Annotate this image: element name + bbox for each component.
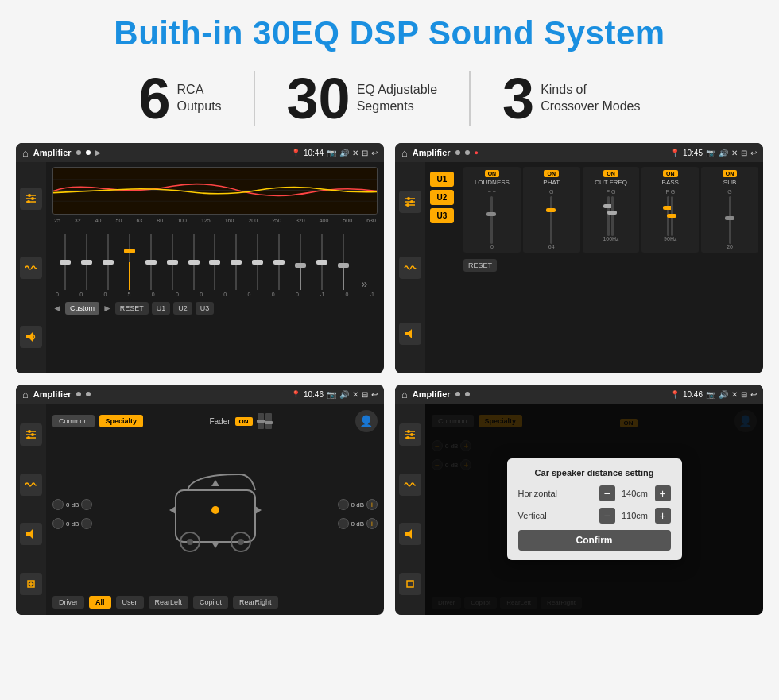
copilot-button[interactable]: Copilot <box>193 596 228 609</box>
fader-home-icon[interactable]: ⌂ <box>22 389 29 400</box>
sub-slider[interactable] <box>729 196 731 244</box>
distance-time: 10:46 <box>683 390 703 399</box>
all-button[interactable]: All <box>89 596 111 609</box>
fader-min-icon[interactable]: ⊟ <box>362 390 368 399</box>
phat-on[interactable]: ON <box>544 170 559 177</box>
u2-button[interactable]: U2 <box>430 190 454 205</box>
crossover-wave-btn[interactable] <box>399 257 421 279</box>
crossover-back-icon[interactable]: ↩ <box>750 149 757 157</box>
fader-on-badge[interactable]: ON <box>235 417 253 426</box>
distance-back-icon[interactable]: ↩ <box>750 390 757 399</box>
bass-on[interactable]: ON <box>663 170 678 177</box>
eq-reset-button[interactable]: RESET <box>115 302 149 315</box>
vol-minus-fr[interactable]: − <box>338 499 349 510</box>
vertical-plus-button[interactable]: + <box>655 508 671 524</box>
distance-vol-btn[interactable] <box>399 523 421 545</box>
cutfreq-slider-g[interactable] <box>611 196 614 236</box>
eq-slider-expand[interactable]: » <box>355 226 374 290</box>
close-icon[interactable]: ✕ <box>352 149 358 157</box>
eq-slider-4[interactable] <box>141 226 161 290</box>
horizontal-minus-button[interactable]: − <box>599 485 615 501</box>
eq-slider-12[interactable] <box>312 226 331 290</box>
distance-min-icon[interactable]: ⊟ <box>741 390 747 399</box>
cutfreq-slider-f[interactable] <box>607 196 610 236</box>
fader-filter-btn[interactable] <box>20 423 42 446</box>
fader-dot-1 <box>76 392 81 396</box>
bass-slider-g[interactable] <box>671 196 673 236</box>
sub-on[interactable]: ON <box>723 170 738 177</box>
rearright-button[interactable]: RearRight <box>233 596 278 609</box>
back-icon[interactable]: ↩ <box>371 149 378 157</box>
eq-filter-btn[interactable] <box>20 188 42 210</box>
fader-slider-2[interactable] <box>265 413 272 429</box>
dialog-horizontal-label: Horizontal <box>518 489 574 498</box>
vol-plus-fr[interactable]: + <box>366 499 378 510</box>
driver-button[interactable]: Driver <box>52 596 84 609</box>
fader-vol-btn[interactable] <box>20 523 42 545</box>
fader-back-icon[interactable]: ↩ <box>371 390 378 399</box>
loudness-on[interactable]: ON <box>485 170 500 177</box>
rearleft-button[interactable]: RearLeft <box>149 596 189 609</box>
eq-wave-btn[interactable] <box>20 257 42 279</box>
fader-expand-btn[interactable] <box>20 573 42 595</box>
eq-slider-6[interactable] <box>184 226 203 290</box>
vol-value-rr: 0 dB <box>351 520 364 528</box>
user-button[interactable]: User <box>116 596 144 609</box>
eq-slider-11[interactable] <box>290 226 310 290</box>
vol-minus-rr[interactable]: − <box>338 518 349 529</box>
eq-u2-button[interactable]: U2 <box>173 302 192 315</box>
crossover-filter-btn[interactable] <box>399 191 421 213</box>
eq-slider-9[interactable] <box>248 226 268 290</box>
eq-custom-button[interactable]: Custom <box>65 302 99 315</box>
vol-minus-rl[interactable]: − <box>52 518 64 529</box>
eq-slider-2[interactable] <box>99 226 118 290</box>
crossover-min-icon[interactable]: ⊟ <box>741 149 747 157</box>
loudness-slider[interactable] <box>490 196 493 244</box>
eq-slider-13[interactable] <box>333 226 353 290</box>
eq-slider-0[interactable] <box>56 226 76 290</box>
distance-home-icon[interactable]: ⌂ <box>401 389 408 400</box>
fader-slider-1[interactable] <box>258 413 264 429</box>
eq-u3-button[interactable]: U3 <box>196 302 215 315</box>
eq-slider-1[interactable] <box>77 226 97 290</box>
dialog-overlay: Car speaker distance setting Horizontal … <box>425 404 763 615</box>
eq-slider-3[interactable] <box>120 226 140 290</box>
vol-plus-rr[interactable]: + <box>366 518 378 529</box>
vertical-minus-button[interactable]: − <box>599 508 615 524</box>
eq-next-button[interactable]: ► <box>103 303 112 314</box>
eq-prev-button[interactable]: ◄ <box>52 303 62 314</box>
eq-slider-8[interactable] <box>227 226 246 290</box>
distance-close-icon[interactable]: ✕ <box>731 390 738 399</box>
eq-slider-7[interactable] <box>205 226 225 290</box>
fader-wave-btn[interactable] <box>20 474 42 496</box>
fader-bottom-row: Driver All User RearLeft Copilot RearRig… <box>52 596 378 609</box>
vol-minus-fl[interactable]: − <box>52 499 64 510</box>
crossover-vol-btn[interactable] <box>399 323 421 345</box>
phat-slider[interactable] <box>550 196 552 244</box>
confirm-button[interactable]: Confirm <box>518 530 671 551</box>
vol-plus-fl[interactable]: + <box>81 499 92 510</box>
eq-slider-10[interactable] <box>269 226 289 290</box>
crossover-reset-button[interactable]: RESET <box>463 259 497 272</box>
distance-expand-btn[interactable] <box>399 573 421 595</box>
distance-main: Common Specialty ON 👤 − 0 dB + <box>425 404 763 615</box>
stat-number-eq: 30 <box>287 70 351 127</box>
fader-profile-icon[interactable]: 👤 <box>355 410 378 432</box>
eq-slider-5[interactable] <box>162 226 182 290</box>
crossover-home-icon[interactable]: ⌂ <box>401 147 408 159</box>
fader-close-icon[interactable]: ✕ <box>352 390 358 399</box>
u1-button[interactable]: U1 <box>430 172 454 187</box>
eq-volume-btn[interactable] <box>20 326 42 348</box>
vol-plus-rl[interactable]: + <box>81 518 92 529</box>
distance-wave-btn[interactable] <box>399 474 421 496</box>
crossover-close-icon[interactable]: ✕ <box>731 149 738 157</box>
u3-button[interactable]: U3 <box>430 208 454 223</box>
common-mode-button[interactable]: Common <box>52 415 95 427</box>
cutfreq-on[interactable]: ON <box>603 170 618 177</box>
specialty-mode-button[interactable]: Specialty <box>99 415 144 427</box>
minimize-icon[interactable]: ⊟ <box>362 149 368 157</box>
distance-filter-btn[interactable] <box>399 423 421 446</box>
eq-u1-button[interactable]: U1 <box>152 302 171 315</box>
home-icon[interactable]: ⌂ <box>22 147 29 159</box>
horizontal-plus-button[interactable]: + <box>655 485 671 501</box>
